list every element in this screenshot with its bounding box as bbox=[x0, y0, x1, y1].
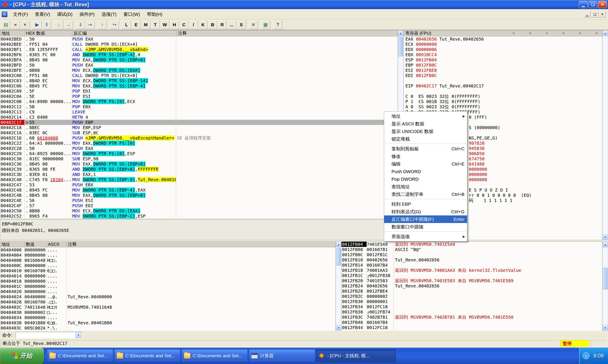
disasm-row[interactable]: 00402C0B.64:890D 00000...MOV DWORD PTR F… bbox=[0, 99, 398, 104]
disasm-row[interactable]: 00402C14.C2 0400RETN 4 bbox=[0, 115, 398, 120]
menubar-item-4[interactable]: 选项(T) bbox=[98, 9, 120, 19]
toolbar-letter-button-3[interactable]: T bbox=[151, 20, 160, 29]
stack-row[interactable]: 0012FB047401E5A9返回到 MSVBVM50.7401E5A9 bbox=[342, 242, 602, 247]
dump-row[interactable]: 0040402800160700.□□. bbox=[0, 299, 336, 305]
disasm-row[interactable]: 00402BFD.50PUSH EAX bbox=[0, 63, 398, 68]
disasm-row[interactable]: 00402C17>55PUSH EBP bbox=[0, 120, 398, 125]
execute-till-return-button[interactable]: ↑ bbox=[98, 20, 107, 29]
dump-row[interactable]: 0040401000160780€□□. bbox=[0, 268, 336, 273]
mdi-restore-button[interactable]: ❑ bbox=[591, 11, 598, 17]
stack-row[interactable]: 0012FB0C0012FB1C bbox=[342, 252, 602, 257]
appearance-button[interactable]: ▦ bbox=[261, 20, 270, 29]
context-menu-item-14[interactable]: 转到表达式(G)Ctrl+G bbox=[384, 208, 467, 215]
column-header-hex[interactable]: HEX 数据 bbox=[25, 30, 72, 36]
registers-scrollbar[interactable]: ▲ ▼ bbox=[602, 30, 608, 240]
disasm-row[interactable]: 00402C4F.57PUSH EDI bbox=[0, 203, 398, 208]
step-over-button[interactable]: → bbox=[64, 20, 73, 29]
disasm-row[interactable]: 00402C1A.83EC 0CSUB ESP,0C bbox=[0, 130, 398, 135]
scroll-down-icon[interactable]: ▼ bbox=[603, 325, 608, 331]
context-menu-item-7[interactable]: 编辑Ctrl+E bbox=[384, 160, 467, 168]
scroll-up-icon[interactable]: ▲ bbox=[336, 242, 341, 247]
dump-row[interactable]: 0040403C005C002A*.\. bbox=[0, 325, 336, 331]
stack-scrollbar[interactable]: ▲ ▼ bbox=[602, 241, 608, 331]
pane-corner-icon[interactable]: < bbox=[513, 31, 515, 36]
stack-row[interactable]: 0012FB1000402656Tut_Reve.00402656 bbox=[342, 257, 602, 262]
minimize-button[interactable]: ▁ bbox=[579, 1, 588, 8]
disasm-row[interactable]: 00402BFA.8B45 08MOV EAX,DWORD PTR SS:[EB… bbox=[0, 57, 398, 63]
dump-row[interactable]: 0040400800160648H□□. bbox=[0, 258, 336, 263]
run-button[interactable]: ▶ bbox=[33, 20, 42, 29]
stack-row[interactable]: 0012FB3C7402B781返回到 MSVBVM50.7402B781 来自… bbox=[342, 314, 602, 320]
disasm-row[interactable]: 00402C36.8B45 08MOV EAX,DWORD PTR SS:[EB… bbox=[0, 161, 398, 167]
stack-row[interactable]: 0012FB1874001AA3返回到 MSVBVM50.74001AA3 来自… bbox=[342, 268, 602, 273]
column-header-comment[interactable]: 注释 bbox=[177, 30, 398, 36]
disasm-row[interactable]: 00402C06.8B45 FCMOV EAX,DWORD PTR SS:[EB… bbox=[0, 83, 398, 89]
stack-row[interactable]: 0012FB14001607B4 bbox=[342, 262, 602, 268]
taskbar-item-3[interactable]: 计算器 bbox=[249, 350, 315, 362]
dump-row[interactable]: 0040402C74011648H□□tMSVBVM50.74011648 bbox=[0, 305, 336, 310]
context-menu-item-10[interactable]: 查找地址 bbox=[384, 183, 467, 190]
pane-corner-icon[interactable]: < bbox=[595, 31, 598, 36]
column-header-disasm[interactable]: 反汇编 bbox=[72, 30, 177, 36]
mdi-close-button[interactable]: ✕ bbox=[599, 11, 606, 17]
disasm-row[interactable]: 00402C00.FF51 08CALL DWORD PTR DS:[ECX+8… bbox=[0, 73, 398, 78]
stack-row[interactable]: 0012FB2C00000002 bbox=[342, 294, 602, 299]
scroll-thumb[interactable] bbox=[398, 37, 403, 56]
disasm-row[interactable]: 00402BEE.FF51 04CALL DWORD PTR DS:[ECX+4… bbox=[0, 42, 398, 47]
context-menu-item-1[interactable]: 显示 ASCII 数据 bbox=[384, 120, 467, 128]
pane-corner-icon[interactable]: < bbox=[562, 31, 565, 36]
menubar-item-0[interactable]: 文件(F) bbox=[10, 9, 31, 19]
dump-row[interactable]: 0040403800401B80€□@.Tut_Reve.00401B80 bbox=[0, 320, 336, 325]
stack-row[interactable]: 0012FB207401E583返回到 MSVBVM50.7401E583 来自… bbox=[342, 278, 602, 283]
scroll-down-icon[interactable]: ▼ bbox=[336, 325, 341, 331]
pane-corner-icon[interactable]: < bbox=[529, 31, 531, 36]
disasm-row[interactable]: 00402C0A.5EPOP ESI bbox=[0, 94, 398, 99]
toolbar-letter-button-8[interactable]: K bbox=[199, 20, 208, 29]
pane-corner-icon[interactable]: < bbox=[546, 31, 548, 36]
dump-scrollbar[interactable]: ▲ ▼ bbox=[336, 241, 341, 331]
dump-row[interactable]: 0040401C00000000.... bbox=[0, 284, 336, 289]
column-header-address[interactable]: 地址 bbox=[0, 30, 25, 36]
help-button[interactable]: ? bbox=[273, 20, 282, 29]
disasm-row[interactable]: 00402C03.8B4D ECMOV ECX,DWORD PTR SS:[EB… bbox=[0, 78, 398, 83]
context-menu-item-15[interactable]: 反汇编窗口中跟随(F)Enter bbox=[384, 215, 467, 223]
dump-row[interactable]: 0040402400400000..@.Tut_Reve.00400000 bbox=[0, 294, 336, 299]
toolbar-letter-button-10[interactable]: R bbox=[217, 20, 227, 29]
toolbar-letter-button-11[interactable]: ... bbox=[227, 20, 236, 29]
context-menu-item-11[interactable]: 查找二进制字串Ctrl+B bbox=[384, 190, 467, 198]
menubar-item-1[interactable]: 查看(V) bbox=[31, 9, 54, 19]
stack-row[interactable]: 0012FB38┌0012FB74 bbox=[342, 309, 602, 314]
animate-into-button[interactable]: ⇓ bbox=[76, 20, 85, 29]
menubar-item-3[interactable]: 插件(P) bbox=[76, 9, 98, 19]
disasm-row[interactable]: 00402BF6.8365 FC 00AND DWORD PTR SS:[EBP… bbox=[0, 52, 398, 57]
step-into-button[interactable]: ↓ bbox=[54, 20, 63, 29]
chevron-down-icon[interactable]: ▼ bbox=[76, 332, 81, 338]
context-menu-item-16[interactable]: 数据窗口中跟随 bbox=[384, 223, 467, 231]
context-menu-item-18[interactable]: 界面选项▶ bbox=[384, 233, 467, 240]
disasm-row[interactable]: 00402C528965 F4MOV DWORD PTR SS:[EBP-C],… bbox=[0, 213, 398, 219]
disasm-row[interactable]: 00402C4B.8B45 08MOV EAX,DWORD PTR SS:[EB… bbox=[0, 193, 398, 198]
stack-row[interactable]: 0012FB280012FBE4 bbox=[342, 288, 602, 294]
stack-row[interactable]: 0012FB2400402656Tut_Reve.00402656 bbox=[342, 283, 602, 288]
scroll-thumb[interactable] bbox=[336, 248, 341, 265]
disasm-row[interactable]: 00402C09.5FPOP EDI bbox=[0, 89, 398, 94]
disasm-row[interactable]: 00402C28.50PUSH EAX bbox=[0, 146, 398, 151]
restart-button[interactable]: « bbox=[11, 20, 20, 29]
context-menu-item-9[interactable]: Pop DWORD bbox=[384, 175, 467, 183]
disasm-row[interactable]: 00402C22.64:A1 0000000...MOV EAX,DWORD P… bbox=[0, 141, 398, 146]
context-menu-item-13[interactable]: 转到 EBP bbox=[384, 200, 467, 208]
disasm-row[interactable]: 00402C12.5BPOP EBX bbox=[0, 104, 398, 109]
context-menu-item-6[interactable]: 修改 bbox=[384, 153, 467, 160]
toolbar-letter-button-5[interactable]: H bbox=[170, 20, 179, 29]
dump-row[interactable]: 0040401800000000.... bbox=[0, 279, 336, 284]
menubar-item-6[interactable]: 帮助(H) bbox=[144, 9, 166, 19]
dump-header-value[interactable]: 数值 bbox=[25, 242, 47, 247]
start-button[interactable]: 开始 bbox=[0, 348, 44, 364]
close-button[interactable]: ✕ bbox=[598, 1, 607, 8]
stack-row[interactable]: 0012FB1C┌0012FB38 bbox=[342, 273, 602, 278]
dump-row[interactable]: 0040401400000000.... bbox=[0, 273, 336, 279]
toolbar-letter-button-2[interactable]: M bbox=[141, 20, 150, 29]
disasm-row[interactable]: 00402C47.53PUSH EBX bbox=[0, 182, 398, 187]
toolbar-letter-button-7[interactable]: / bbox=[189, 20, 198, 29]
command-input[interactable]: ▼ bbox=[16, 332, 82, 338]
